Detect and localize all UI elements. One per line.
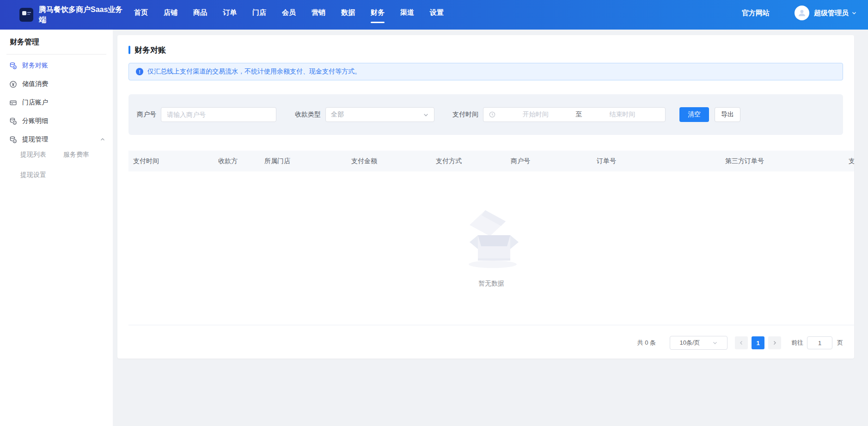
sidebar-subitem-withdraw-list[interactable]: 提现列表 bbox=[20, 151, 63, 159]
page-unit-label: 页 bbox=[837, 339, 843, 347]
reconciliation-table: 支付时间 收款方 所属门店 支付金额 支付方式 商户号 订单号 第三方订单号 支… bbox=[128, 151, 854, 325]
col-merchant-id: 商户号 bbox=[506, 151, 592, 171]
sidebar-item-label: 财务对账 bbox=[22, 61, 48, 70]
sidebar-item-withdraw[interactable]: 提现管理 bbox=[0, 130, 113, 149]
payee-type-value: 全部 bbox=[331, 110, 344, 119]
nav-item-settings[interactable]: 设置 bbox=[430, 0, 444, 30]
official-site-link[interactable]: 官方网站 bbox=[742, 9, 770, 18]
app-logo-icon bbox=[19, 8, 33, 22]
chevron-down-icon bbox=[423, 112, 429, 118]
nav-item-store[interactable]: 门店 bbox=[252, 0, 266, 30]
payee-type-select[interactable]: 全部 bbox=[325, 107, 434, 122]
sidebar-subitem-withdraw-settings[interactable]: 提现设置 bbox=[20, 171, 63, 179]
empty-text: 暂无数据 bbox=[478, 280, 504, 288]
page-title-row: 财务对账 bbox=[128, 44, 843, 55]
pagination: 共 0 条 10条/页 1 前往 页 bbox=[128, 335, 843, 350]
end-time-placeholder[interactable]: 结束时间 bbox=[585, 110, 660, 119]
clear-button[interactable]: 清空 bbox=[679, 107, 709, 122]
nav-item-channel[interactable]: 渠道 bbox=[400, 0, 414, 30]
page-size-value: 10条/页 bbox=[679, 339, 700, 347]
main-content-card: 财务对账 ! 仅汇总线上支付渠道的交易流水，不统计使用余额支付、现金支付等方式。… bbox=[117, 35, 854, 359]
col-pay-method: 支付方式 bbox=[431, 151, 506, 171]
col-amount: 支付金额 bbox=[347, 151, 431, 171]
goto-page-input[interactable] bbox=[807, 336, 832, 349]
page-title: 财务对账 bbox=[134, 45, 166, 55]
nav-item-data[interactable]: 数据 bbox=[341, 0, 355, 30]
alert-text: 仅汇总线上支付渠道的交易流水，不统计使用余额支付、现金支付等方式。 bbox=[147, 67, 361, 76]
user-menu[interactable]: 超级管理员 bbox=[814, 9, 857, 18]
nav-item-finance[interactable]: 财务 bbox=[371, 0, 385, 30]
user-avatar-icon[interactable] bbox=[795, 6, 809, 20]
sidebar-item-label: 门店账户 bbox=[22, 98, 48, 107]
sidebar-item-stored-value[interactable]: 储值消费 bbox=[0, 75, 113, 93]
page-number-button[interactable]: 1 bbox=[752, 336, 764, 349]
ledger-coins-icon bbox=[9, 117, 17, 125]
filter-panel: 商户号 收款类型 全部 支付时间 开始时间 至 结束时间 清空 导出 bbox=[128, 94, 843, 135]
sidebar-title: 财务管理 bbox=[0, 30, 113, 47]
clock-icon bbox=[489, 111, 495, 118]
col-pay-status-clipped: 支付 bbox=[844, 151, 854, 171]
next-page-icon bbox=[772, 340, 777, 346]
prev-page-icon bbox=[739, 340, 744, 346]
sidebar-item-label: 分账明细 bbox=[22, 117, 48, 125]
ledger-coins-icon bbox=[9, 62, 17, 70]
range-separator: 至 bbox=[576, 110, 582, 119]
sidebar: 财务管理 财务对账 储值消费 门店账户 bbox=[0, 30, 113, 426]
sidebar-item-store-account[interactable]: 门店账户 bbox=[0, 93, 113, 112]
card-icon bbox=[9, 99, 17, 107]
chevron-up-icon[interactable] bbox=[100, 137, 105, 142]
payee-type-label: 收款类型 bbox=[295, 110, 321, 119]
col-thirdparty-order-id: 第三方订单号 bbox=[721, 151, 844, 171]
next-page-button[interactable] bbox=[768, 336, 781, 349]
nav-item-order[interactable]: 订单 bbox=[223, 0, 237, 30]
nav-item-shop[interactable]: 店铺 bbox=[164, 0, 177, 30]
user-name: 超级管理员 bbox=[814, 9, 849, 18]
page-size-select[interactable]: 10条/页 bbox=[670, 336, 727, 350]
merchant-id-input[interactable] bbox=[161, 107, 276, 122]
sidebar-submenu-withdraw: 提现列表 服务费率 提现设置 bbox=[0, 149, 113, 179]
navbar-right: 官方网站 超级管理员 bbox=[742, 6, 857, 24]
chevron-down-icon bbox=[712, 340, 718, 346]
nav-item-marketing[interactable]: 营销 bbox=[312, 0, 325, 30]
yen-circle-icon bbox=[9, 80, 17, 88]
chevron-down-icon bbox=[851, 10, 857, 16]
merchant-id-label: 商户号 bbox=[137, 110, 156, 119]
empty-box-illustration bbox=[457, 208, 526, 273]
top-nav: 首页 店铺 商品 订单 门店 会员 营销 数据 财务 渠道 设置 bbox=[134, 0, 444, 30]
prev-page-button[interactable] bbox=[735, 336, 748, 349]
sidebar-item-label: 储值消费 bbox=[22, 80, 48, 88]
total-count: 共 0 条 bbox=[637, 339, 656, 347]
sidebar-item-label: 提现管理 bbox=[22, 135, 48, 144]
sidebar-item-reconciliation[interactable]: 财务对账 bbox=[0, 56, 113, 75]
pay-time-range-picker[interactable]: 开始时间 至 结束时间 bbox=[483, 107, 666, 122]
export-button[interactable]: 导出 bbox=[715, 107, 740, 122]
sidebar-subitem-service-rate[interactable]: 服务费率 bbox=[63, 151, 106, 159]
goto-label: 前往 bbox=[791, 339, 803, 347]
info-icon: ! bbox=[136, 68, 143, 75]
nav-item-home[interactable]: 首页 bbox=[134, 0, 148, 30]
sidebar-menu: 财务对账 储值消费 门店账户 分账明细 bbox=[0, 55, 113, 179]
nav-item-product[interactable]: 商品 bbox=[193, 0, 207, 30]
info-alert: ! 仅汇总线上支付渠道的交易流水，不统计使用余额支付、现金支付等方式。 bbox=[128, 63, 843, 80]
col-payee: 收款方 bbox=[214, 151, 260, 171]
top-navbar: 腾马餐饮多商户Saas业务端 首页 店铺 商品 订单 门店 会员 营销 数据 财… bbox=[0, 0, 868, 30]
pay-time-label: 支付时间 bbox=[452, 110, 478, 119]
col-store: 所属门店 bbox=[260, 151, 347, 171]
start-time-placeholder[interactable]: 开始时间 bbox=[498, 110, 573, 119]
ledger-coins-icon bbox=[9, 136, 17, 144]
brand: 腾马餐饮多商户Saas业务端 bbox=[19, 5, 131, 24]
brand-title: 腾马餐饮多商户Saas业务端 bbox=[39, 5, 129, 24]
nav-item-member[interactable]: 会员 bbox=[282, 0, 296, 30]
col-pay-time: 支付时间 bbox=[128, 151, 214, 171]
table-empty-state: 暂无数据 bbox=[128, 171, 854, 325]
table-header-row: 支付时间 收款方 所属门店 支付金额 支付方式 商户号 订单号 第三方订单号 支… bbox=[128, 151, 854, 171]
title-accent-bar bbox=[128, 46, 130, 54]
col-order-id: 订单号 bbox=[592, 151, 721, 171]
sidebar-item-split-detail[interactable]: 分账明细 bbox=[0, 112, 113, 130]
